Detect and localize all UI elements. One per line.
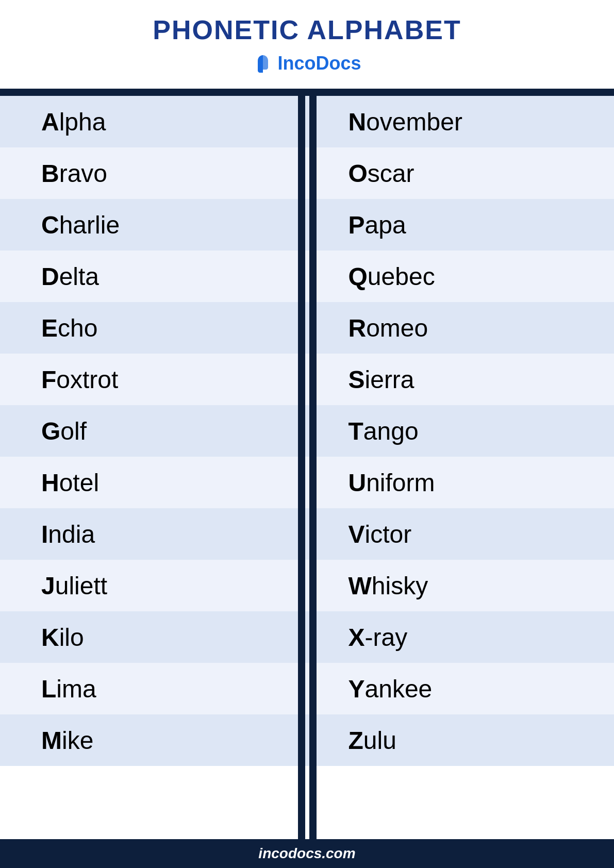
word-i: India: [41, 520, 95, 548]
footer-text: incodocs.com: [258, 845, 355, 862]
right-row-y: Yankee: [307, 663, 615, 714]
right-row-p: Papa: [307, 199, 615, 251]
header: PHONETIC ALPHABET IncoDocs: [0, 0, 614, 89]
right-row-w: Whisky: [307, 560, 615, 611]
divider-line-right: [309, 96, 317, 839]
word-first-letter: Q: [349, 263, 368, 290]
word-p: Papa: [349, 211, 406, 239]
right-row-x: X-ray: [307, 611, 615, 663]
left-row-c: Charlie: [0, 199, 307, 251]
word-first-letter: V: [349, 521, 365, 548]
word-d: Delta: [41, 262, 99, 291]
left-row-b: Bravo: [0, 147, 307, 199]
word-w: Whisky: [349, 572, 428, 600]
word-z: Zulu: [349, 726, 396, 755]
word-first-letter: H: [41, 469, 59, 496]
word-first-letter: J: [41, 572, 55, 599]
word-first-letter: L: [41, 675, 56, 703]
word-x: X-ray: [349, 623, 408, 652]
center-divider: [292, 96, 323, 839]
word-first-letter: M: [41, 727, 62, 754]
word-q: Quebec: [349, 262, 435, 291]
word-first-letter: T: [349, 418, 363, 445]
right-column: NovemberOscarPapaQuebecRomeoSierraTangoU…: [307, 96, 615, 839]
word-first-letter: G: [41, 418, 60, 445]
word-f: Foxtrot: [41, 365, 118, 394]
left-row-a: Alpha: [0, 96, 307, 147]
word-j: Juliett: [41, 572, 107, 600]
word-first-letter: N: [349, 108, 367, 136]
word-e: Echo: [41, 314, 97, 342]
logo-inco: Inco: [277, 53, 316, 74]
word-first-letter: O: [349, 160, 368, 187]
left-row-k: Kilo: [0, 611, 307, 663]
right-row-v: Victor: [307, 508, 615, 560]
left-row-l: Lima: [0, 663, 307, 714]
left-row-m: Mike: [0, 714, 307, 766]
word-first-letter: Y: [349, 675, 365, 703]
left-row-g: Golf: [0, 405, 307, 457]
logo: IncoDocs: [10, 53, 604, 74]
word-first-letter: R: [349, 314, 367, 342]
word-first-letter: B: [41, 160, 59, 187]
right-row-q: Quebec: [307, 251, 615, 302]
left-row-h: Hotel: [0, 457, 307, 508]
page-title: PHONETIC ALPHABET: [10, 14, 604, 45]
word-v: Victor: [349, 520, 412, 548]
word-first-letter: U: [349, 469, 367, 496]
word-first-letter: E: [41, 314, 58, 342]
content-area: AlphaBravoCharlieDeltaEchoFoxtrotGolfHot…: [0, 96, 614, 839]
word-first-letter: I: [41, 521, 48, 548]
logo-icon: [253, 53, 273, 74]
left-row-i: India: [0, 508, 307, 560]
word-y: Yankee: [349, 675, 433, 703]
logo-docs: Docs: [316, 53, 361, 74]
right-row-o: Oscar: [307, 147, 615, 199]
word-m: Mike: [41, 726, 93, 755]
right-row-t: Tango: [307, 405, 615, 457]
top-divider: [0, 89, 614, 96]
divider-line-left: [298, 96, 305, 839]
word-g: Golf: [41, 417, 87, 445]
word-h: Hotel: [41, 469, 99, 497]
word-first-letter: F: [41, 366, 56, 393]
footer: incodocs.com: [0, 839, 614, 868]
word-l: Lima: [41, 675, 96, 703]
right-row-n: November: [307, 96, 615, 147]
word-u: Uniform: [349, 469, 435, 497]
logo-text: IncoDocs: [277, 53, 361, 74]
word-k: Kilo: [41, 623, 84, 652]
word-first-letter: P: [349, 211, 365, 239]
right-row-u: Uniform: [307, 457, 615, 508]
word-r: Romeo: [349, 314, 428, 342]
left-row-f: Foxtrot: [0, 354, 307, 405]
word-s: Sierra: [349, 365, 414, 394]
word-c: Charlie: [41, 211, 120, 239]
word-first-letter: K: [41, 624, 59, 651]
right-row-s: Sierra: [307, 354, 615, 405]
right-row-z: Zulu: [307, 714, 615, 766]
left-column: AlphaBravoCharlieDeltaEchoFoxtrotGolfHot…: [0, 96, 307, 839]
word-b: Bravo: [41, 159, 107, 188]
word-first-letter: S: [349, 366, 365, 393]
left-row-j: Juliett: [0, 560, 307, 611]
word-first-letter: A: [41, 108, 59, 136]
word-first-letter: W: [349, 572, 372, 599]
word-first-letter: Z: [349, 727, 363, 754]
word-first-letter: X: [349, 624, 365, 651]
word-n: November: [349, 108, 462, 136]
word-o: Oscar: [349, 159, 414, 188]
word-t: Tango: [349, 417, 419, 445]
word-a: Alpha: [41, 108, 106, 136]
left-row-d: Delta: [0, 251, 307, 302]
word-first-letter: C: [41, 211, 59, 239]
left-row-e: Echo: [0, 302, 307, 354]
right-row-r: Romeo: [307, 302, 615, 354]
word-first-letter: D: [41, 263, 59, 290]
